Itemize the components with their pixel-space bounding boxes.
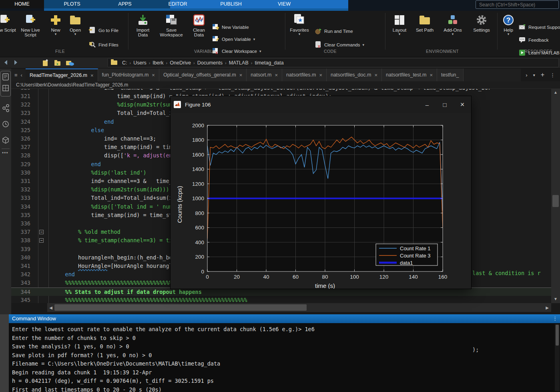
new-tab-icon[interactable]: +: [541, 71, 544, 78]
editor-tab[interactable]: fun_PlotHistogram.m×: [98, 68, 159, 81]
help-button[interactable]: ? Help ▾: [500, 12, 517, 51]
figure-titlebar[interactable]: Figure 106 – □ ×: [171, 96, 471, 113]
scroll-left-icon[interactable]: ◀: [48, 306, 54, 310]
open-button[interactable]: Open ▾: [66, 12, 85, 51]
scroll-down-icon[interactable]: ▼: [551, 297, 560, 301]
editor-vertical-scrollbar[interactable]: ▲ ▼: [551, 89, 560, 303]
vscroll-thumb[interactable]: [552, 195, 559, 207]
hscroll-thumb[interactable]: [54, 304, 307, 311]
more-dots-icon[interactable]: •••: [2, 150, 11, 159]
close-tab-icon[interactable]: ×: [239, 72, 243, 78]
layout-button[interactable]: Layout ▾: [389, 12, 410, 51]
tab-editor[interactable]: EDITOR: [158, 0, 198, 8]
svg-text:1800: 1800: [192, 137, 204, 143]
tab-list-caret-icon[interactable]: ▾: [533, 73, 535, 77]
folder-cloud-icon[interactable]: [66, 59, 74, 68]
forward-arrow-icon[interactable]: [12, 59, 19, 68]
editor-horizontal-scrollbar[interactable]: ◀ ▶: [47, 303, 551, 312]
close-tab-icon[interactable]: ×: [319, 72, 322, 78]
close-button[interactable]: ×: [454, 96, 471, 113]
figure-window[interactable]: Figure 106 – □ × 02040608010012014016002…: [170, 96, 472, 289]
clean-data-button[interactable]: Clean Data: [189, 12, 209, 51]
close-tab-icon[interactable]: ×: [430, 72, 433, 78]
breadcrumb-item[interactable]: timetag_data: [253, 60, 285, 66]
editor-tab[interactable]: natsortfiles.m×: [282, 68, 327, 81]
feedback-button[interactable]: Feedback: [519, 36, 549, 44]
close-tab-icon[interactable]: ×: [152, 72, 155, 78]
run-and-time-button[interactable]: Run and Time: [315, 27, 353, 36]
tab-publish[interactable]: PUBLISH: [211, 0, 251, 8]
breadcrumb-item[interactable]: Documents: [196, 60, 224, 66]
new-live-script-button[interactable]: New Live Script: [18, 12, 43, 51]
tab-view[interactable]: VIEW: [264, 0, 304, 8]
new-variable-button[interactable]: New Variable: [212, 23, 249, 32]
code-fold-icon[interactable]: −: [39, 230, 44, 234]
add-ons-button[interactable]: Add-Ons ▾: [440, 12, 465, 51]
set-path-button[interactable]: Set Path: [413, 12, 436, 51]
collapsed-panel-strip[interactable]: [0, 314, 9, 392]
code-line[interactable]: 345 %%%%%%%%%%%%%%%%%%%%%%%%%%%%%%%%%%%%…: [11, 296, 551, 303]
editor-tab[interactable]: testfun_: [437, 68, 463, 81]
go-to-file-button[interactable]: Go to File: [89, 26, 118, 35]
code-fold-icon[interactable]: −: [39, 238, 44, 243]
command-window[interactable]: Enter the lowest count rate to enable th…: [0, 323, 560, 392]
open-variable-button[interactable]: Open Variable ▾: [212, 35, 255, 44]
command-window-header[interactable]: Command Window ⋮: [0, 314, 560, 323]
request-support-button[interactable]: Request Support: [519, 23, 560, 32]
tab-home[interactable]: HOME: [0, 0, 44, 8]
import-data-button[interactable]: Import Data: [133, 12, 153, 51]
svg-text:800: 800: [195, 210, 204, 216]
breadcrumb-item[interactable]: lberk: [151, 60, 165, 66]
new-file-shortcut-icon[interactable]: [42, 59, 50, 68]
breadcrumb-item[interactable]: C:: [120, 60, 129, 66]
editor-tab[interactable]: ReadTimeTagger_2026.m×: [26, 68, 98, 81]
breadcrumb[interactable]: C:›Users›lberk›OneDrive›Documents›MATLAB…: [107, 58, 559, 67]
code-line[interactable]: 320 ind= channel==3 & time_stamp > time_…: [11, 89, 551, 92]
close-tab-icon[interactable]: ×: [374, 72, 377, 78]
product-cube-icon[interactable]: [1, 136, 10, 145]
editor-tab[interactable]: natsortfiles_doc.m×: [327, 68, 382, 81]
tab-menu-icon[interactable]: ⋮: [550, 72, 555, 78]
editor-tab[interactable]: natsortfiles_test.m×: [382, 68, 437, 81]
maximize-button[interactable]: □: [436, 96, 454, 113]
tab-apps[interactable]: APPS: [105, 0, 145, 8]
minimize-button[interactable]: –: [418, 96, 436, 113]
cmd-scroll-thumb[interactable]: [556, 325, 559, 346]
open-folder-shortcut-icon[interactable]: [54, 59, 62, 68]
tab-scroll-left-icon[interactable]: ‹: [21, 72, 22, 78]
share-nodes-icon[interactable]: [1, 104, 10, 113]
document-list-icon[interactable]: ≡: [14, 72, 18, 78]
resources-section-label: RESOURCES: [516, 49, 560, 54]
close-tab-icon[interactable]: ×: [275, 72, 278, 78]
settings-button[interactable]: Settings: [470, 12, 493, 51]
editor-tab[interactable]: natsort.m×: [247, 68, 282, 81]
scroll-right-icon[interactable]: ▶: [544, 306, 550, 310]
new-script-button[interactable]: New Script: [0, 12, 16, 51]
dropdown-caret-icon: ▾: [440, 32, 465, 36]
line-number: 333: [13, 194, 30, 202]
editor-panel-icon[interactable]: [1, 72, 10, 81]
back-arrow-icon[interactable]: [2, 59, 10, 68]
editor-tab[interactable]: Optical_delay_offsets_general.m×: [159, 68, 247, 81]
code-fragment-code: );: [472, 346, 479, 354]
scroll-up-icon[interactable]: ▲: [551, 90, 560, 94]
dropdown-caret-icon: ▾: [253, 38, 255, 41]
breadcrumb-item[interactable]: MATLAB: [227, 60, 250, 66]
breadcrumb-item[interactable]: OneDrive: [168, 60, 193, 66]
command-scrollbar[interactable]: [555, 324, 560, 391]
new-button[interactable]: New ▾: [46, 12, 65, 51]
favorites-button[interactable]: ★ Favorites ▾: [288, 12, 311, 51]
svg-text:600: 600: [195, 225, 204, 231]
search-input[interactable]: [476, 0, 559, 9]
breadcrumb-item[interactable]: Users: [132, 60, 148, 66]
history-clock-icon[interactable]: [1, 120, 10, 129]
code-fragment-comment: last & condition is r: [472, 269, 541, 277]
panel-menu-icon[interactable]: ⋮: [552, 314, 558, 323]
clear-commands-button[interactable]: x Clear Commands ▾: [315, 40, 364, 49]
find-files-button[interactable]: Find Files: [89, 40, 118, 49]
tab-scroll-right-icon[interactable]: ›: [526, 72, 527, 78]
save-workspace-button[interactable]: Save Workspace: [156, 12, 187, 51]
close-tab-icon[interactable]: ×: [90, 72, 94, 78]
panel-grid-icon[interactable]: [1, 84, 10, 92]
tab-plots[interactable]: PLOTS: [52, 0, 92, 8]
